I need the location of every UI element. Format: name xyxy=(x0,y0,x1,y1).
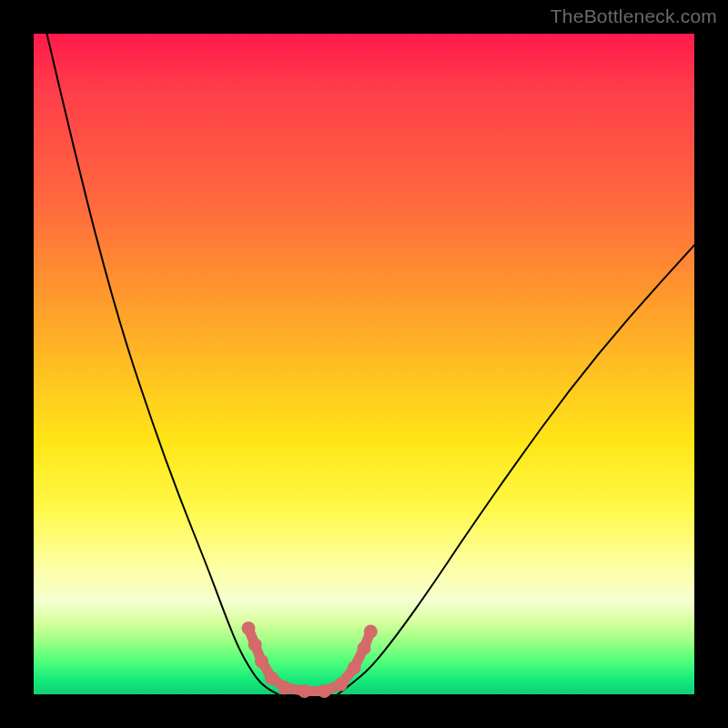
trough-marker-dot xyxy=(348,662,361,675)
trough-marker-dot xyxy=(265,671,278,684)
curves-svg xyxy=(34,34,694,694)
trough-marker-dot xyxy=(298,684,311,698)
trough-marker-dot xyxy=(242,622,256,635)
trough-marker-dot xyxy=(358,642,371,655)
right-curve xyxy=(338,245,694,694)
trough-marker-dot xyxy=(248,638,262,652)
trough-marker-dot xyxy=(318,684,331,698)
left-curve xyxy=(47,34,278,694)
plot-area xyxy=(34,34,694,694)
chart-frame: TheBottleneck.com xyxy=(0,0,728,728)
trough-marker-dot xyxy=(334,678,348,692)
trough-marker-dot xyxy=(278,681,291,694)
watermark-text: TheBottleneck.com xyxy=(551,5,717,27)
trough-marker-dot xyxy=(364,625,378,639)
trough-marker-dot xyxy=(255,654,268,668)
